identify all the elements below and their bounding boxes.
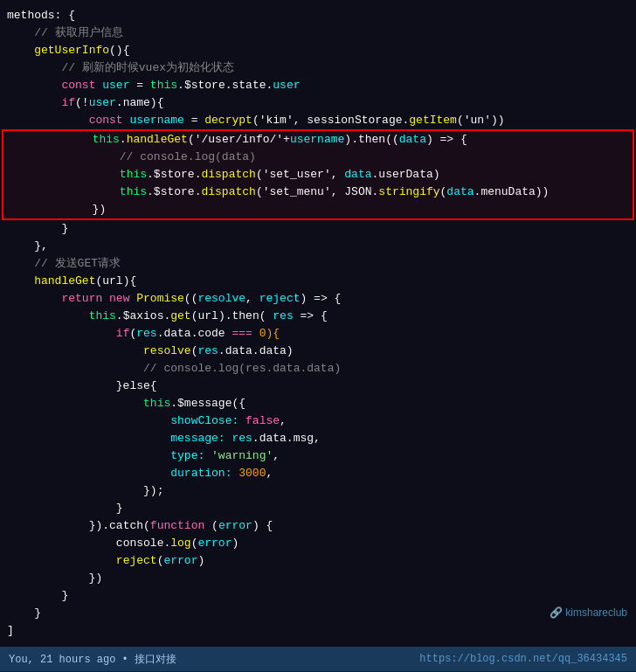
code-line-19: if(res.data.code === 0){ <box>0 325 636 343</box>
code-line-33: }) <box>0 570 636 587</box>
code-line-20: resolve(res.data.data) <box>0 343 636 360</box>
code-line-30: }).catch(function (error) { <box>0 517 636 535</box>
code-line-31: console.log(error) <box>0 535 636 552</box>
code-line-27: duration: 3000, <box>0 465 636 482</box>
code-line-17: return new Promise((resolve, reject) => … <box>0 290 636 308</box>
code-line-14: }, <box>0 238 636 255</box>
code-line-1: methods: { <box>0 7 636 24</box>
code-line-13: } <box>0 220 636 238</box>
status-left: You, 21 hours ago • 接口对接 <box>9 652 176 667</box>
code-line-35: } <box>0 605 636 622</box>
code-line-6: if(!user.name){ <box>0 94 636 112</box>
code-line-18: this.$axios.get(url).then( res => { <box>0 308 636 325</box>
watermark-text: kimshareclub <box>565 606 627 619</box>
code-editor: methods: { // 获取用户信息 getUserInfo(){ // 刷… <box>0 0 636 647</box>
watermark: 🔗 kimshareclub <box>550 606 627 619</box>
code-line-9: // console.log(data) <box>3 149 633 166</box>
code-line-2: // 获取用户信息 <box>0 24 636 42</box>
code-line-10: this.$store.dispatch('set_user', data.us… <box>3 166 633 184</box>
code-line-7: const username = decrypt('kim', sessionS… <box>0 112 636 129</box>
highlighted-code-block: this.handleGet('/user/info/'+username).t… <box>2 129 634 220</box>
code-line-15: // 发送GET请求 <box>0 255 636 273</box>
status-bar: You, 21 hours ago • 接口对接 https://blog.cs… <box>0 647 636 671</box>
code-line-23: this.$message({ <box>0 395 636 412</box>
code-line-22: }else{ <box>0 378 636 395</box>
code-line-11: this.$store.dispatch('set_menu', JSON.st… <box>3 184 633 201</box>
code-line-12: }) <box>3 201 633 218</box>
code-line-24: showClose: false, <box>0 412 636 430</box>
code-line-36: ] <box>0 622 636 640</box>
watermark-icon: 🔗 <box>550 606 565 619</box>
code-line-8: this.handleGet('/user/info/'+username).t… <box>3 131 633 149</box>
code-line-26: type: 'warning', <box>0 447 636 465</box>
status-right: https://blog.csdn.net/qq_36434345 <box>419 653 627 665</box>
code-line-32: reject(error) <box>0 552 636 570</box>
code-line-21: // console.log(res.data.data) <box>0 360 636 378</box>
code-line-4: // 刷新的时候vuex为初始化状态 <box>0 59 636 77</box>
code-line-28: }); <box>0 482 636 500</box>
code-line-34: } <box>0 587 636 605</box>
code-line-29: } <box>0 500 636 517</box>
code-line-16: handleGet(url){ <box>0 273 636 290</box>
code-line-5: const user = this.$store.state.user <box>0 77 636 94</box>
code-line-25: message: res.data.msg, <box>0 430 636 447</box>
code-line-3: getUserInfo(){ <box>0 42 636 59</box>
